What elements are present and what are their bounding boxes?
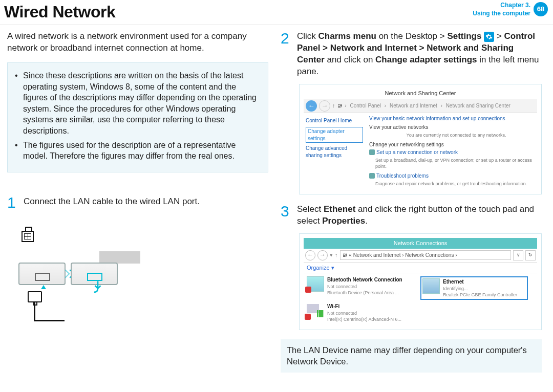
network-port-icon [22, 231, 34, 242]
toolbar: Organize ▾ [304, 263, 537, 274]
arrow-up-icon [41, 285, 46, 289]
change-advanced-sharing-link[interactable]: Change advanced sharing settings [306, 145, 363, 159]
note-bullet-2: The figures used for the description are… [22, 140, 260, 162]
refresh-button[interactable]: ↻ [525, 250, 536, 260]
shot1-title: Network and Sharing Center [304, 89, 537, 99]
step-2: 2 Click Charms menu on the Desktop > Set… [281, 31, 542, 78]
note-bullet-1: Since these descriptions are written on … [22, 70, 260, 137]
forward-button[interactable]: → [317, 250, 328, 260]
lan-port-slot-highlighted [87, 273, 102, 281]
breadcrumb[interactable]: 🖳 › Control Panel › Network and Internet… [337, 102, 512, 110]
step-2-number: 2 [281, 31, 293, 46]
change-adapter-settings-link[interactable]: Change adapter settings [306, 127, 363, 143]
chapter-line1: Chapter 3. [500, 2, 530, 9]
lan-port-slot [35, 273, 50, 281]
troubleshoot-desc: Diagnose and repair network problems, or… [375, 181, 537, 187]
header-bar: Wired Network Chapter 3. Using the compu… [0, 0, 553, 25]
step-3-text: Select Ethenet and click the right butto… [297, 204, 542, 227]
chapter-line2: Using the computer [473, 10, 530, 17]
step-1: 1 Connect the LAN cable to the wired LAN… [7, 195, 268, 210]
no-network-text: You are currently not connected to any n… [375, 132, 537, 138]
setup-connection-desc: Set up a broadband, dial-up, or VPN conn… [375, 157, 537, 169]
organize-menu[interactable]: Organize ▾ [307, 265, 334, 271]
back-button[interactable]: ← [305, 250, 315, 260]
shot2-nav-bar: ← → ▾ ↑ 🖳 « Network and Internet › Netwo… [304, 249, 537, 263]
insert-arrow-icon [93, 281, 102, 293]
right-column: 2 Click Charms menu on the Desktop > Set… [281, 31, 542, 372]
step-3: 3 Select Ethenet and click the right but… [281, 204, 542, 227]
rj45-connector-icon [28, 291, 42, 302]
network-sharing-center-screenshot: Network and Sharing Center ← → ↑ 🖳 › Con… [299, 84, 542, 194]
chapter-info: Chapter 3. Using the computer 68 [473, 1, 548, 17]
troubleshoot-link[interactable]: Troubleshoot problems [376, 173, 429, 179]
connection-icon [369, 149, 375, 155]
left-column: A wired network is a network environment… [7, 31, 268, 372]
lan-device-note: The LAN Device name may differ depending… [281, 339, 542, 373]
shot1-main-pane: View your basic network information and … [369, 115, 537, 190]
callout-block [99, 251, 140, 264]
intro-text: A wired network is a network environment… [7, 31, 268, 54]
step-1-text: Connect the LAN cable to the wired LAN p… [24, 196, 268, 208]
active-networks-label: View your active networks [369, 124, 537, 131]
address-dropdown[interactable]: ∨ [513, 250, 523, 260]
info-note-box: Since these descriptions are written on … [7, 62, 268, 172]
laptop-side-view-left [18, 263, 66, 285]
wifi-connection-item[interactable]: ✕ Wi-Fi Not connected Intel(R) Centrino(… [307, 303, 414, 322]
shot2-title: Network Connections [304, 238, 537, 249]
shot1-heading: View your basic network information and … [369, 115, 537, 122]
step-1-number: 1 [7, 195, 19, 210]
control-panel-home-link[interactable]: Control Panel Home [306, 117, 363, 124]
setup-connection-link[interactable]: Set up a new connection or network [376, 149, 458, 155]
shot1-nav-bar: ← → ↑ 🖳 › Control Panel › Network and In… [304, 99, 537, 113]
step-3-number: 3 [281, 204, 293, 219]
change-settings-label: Change your networking settings [369, 141, 537, 148]
settings-gear-icon [484, 32, 494, 42]
forward-button[interactable]: → [319, 100, 330, 112]
ethernet-icon [422, 278, 440, 294]
network-connections-screenshot: Network Connections ← → ▾ ↑ 🖳 « Network … [299, 233, 542, 330]
back-button[interactable]: ← [306, 100, 317, 112]
bluetooth-connection-item[interactable]: ✕ Bluetooth Network Connection Not conne… [307, 276, 414, 300]
address-bar[interactable]: 🖳 « Network and Internet › Network Conne… [340, 250, 512, 260]
bluetooth-icon: ✕ [307, 276, 324, 292]
step-2-text: Click Charms menu on the Desktop > Setti… [297, 31, 542, 78]
wifi-icon: ✕ [307, 303, 324, 318]
page-title: Wired Network [4, 1, 115, 23]
ethernet-connection-item[interactable]: Ethernet Identifying... Realtek PCIe GBE… [420, 276, 528, 300]
lan-port-illustration [18, 231, 152, 323]
page-number-badge: 68 [534, 2, 548, 16]
troubleshoot-icon [369, 173, 375, 179]
shot1-side-pane: Control Panel Home Change adapter settin… [304, 115, 365, 190]
lan-cable-icon [34, 302, 35, 321]
laptop-side-view-right [71, 263, 118, 285]
